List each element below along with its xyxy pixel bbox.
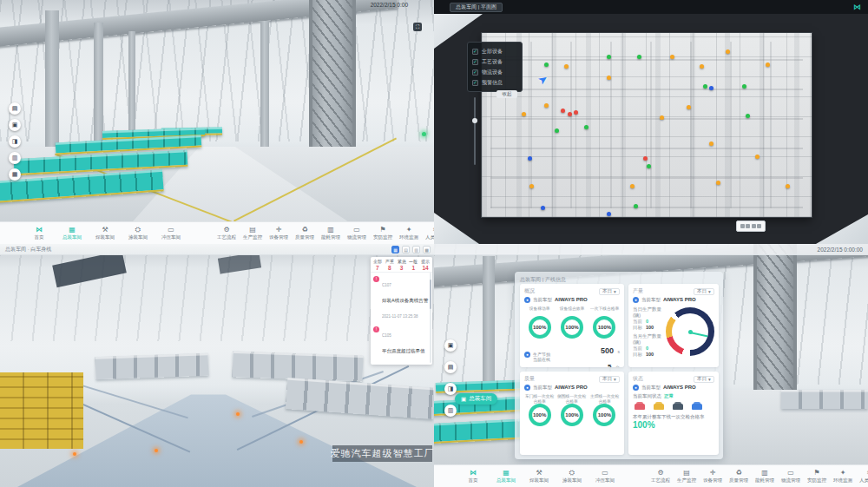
map-device-dot[interactable] — [700, 64, 704, 69]
alarm-tab[interactable]: 提示 14 — [419, 259, 431, 271]
toolbar-item[interactable]: ▭ 冲压车间 — [155, 226, 187, 240]
map-scale-widget[interactable] — [736, 220, 766, 232]
toolbar-item[interactable]: ▤ 生产监控 — [240, 226, 266, 240]
map-device-dot[interactable] — [529, 184, 534, 188]
view-mode-button[interactable]: ▩ — [423, 246, 431, 253]
toolbar-item[interactable]: ▤ 生产监控 — [674, 469, 700, 484]
map-device-dot[interactable] — [541, 206, 545, 210]
map-device-dot[interactable] — [544, 103, 549, 108]
alarm-list-item[interactable]: ! C107 焊装A线设备离线告警 2021-11-07 13:25:38 — [371, 273, 432, 323]
toolbar-item[interactable]: ⚑ 安防监控 — [804, 469, 830, 484]
checkbox-icon[interactable]: ✓ — [472, 80, 478, 86]
alarm-tab[interactable]: 严重 8 — [384, 259, 396, 271]
poi-marker[interactable]: ▦ — [9, 168, 21, 181]
view-mode-button[interactable]: ▤ — [402, 246, 410, 253]
toolbar-item[interactable]: ✦ 环境监测 — [396, 226, 422, 240]
toolbar-item[interactable]: ⚒ 焊装车间 — [89, 226, 122, 240]
map-device-dot[interactable] — [634, 204, 638, 208]
legend-collapse-button[interactable]: 收起 — [496, 90, 517, 98]
map-device-dot[interactable] — [607, 212, 611, 216]
layer-toggle-row[interactable]: ✓ 工艺设备 — [472, 56, 517, 67]
poi-marker[interactable]: ▥ — [444, 405, 457, 417]
alarm-tab-label: 提示 — [420, 259, 431, 264]
poi-marker[interactable]: ▣ — [444, 339, 457, 352]
view-mode-button[interactable]: ▦ — [391, 246, 399, 253]
checkbox-icon[interactable]: ✓ — [472, 69, 478, 76]
period-select[interactable]: 本日 ▾ — [599, 288, 620, 295]
checkbox-icon[interactable]: ✓ — [472, 49, 478, 55]
car-status-icon[interactable] — [692, 404, 702, 410]
poi-marker[interactable]: ▤ — [9, 102, 21, 115]
toolbar-item[interactable]: ⌗ 人员管理 — [422, 226, 434, 240]
alarm-tab[interactable]: 全部 7 — [372, 259, 384, 271]
toolbar-item[interactable]: ⚒ 焊装车间 — [523, 469, 556, 484]
map-device-dot[interactable] — [716, 181, 720, 185]
map-device-dot[interactable] — [564, 64, 569, 69]
poi-marker[interactable]: ◨ — [9, 135, 21, 148]
station-label-button[interactable]: ▣ 总装车间 — [455, 393, 497, 405]
toolbar-item[interactable]: ⌗ 人员管理 — [856, 469, 868, 484]
back-to-scene-button[interactable]: 总装车间 | 平面图 — [450, 3, 503, 12]
period-select[interactable]: 本日 ▾ — [694, 376, 714, 383]
toolbar-item[interactable]: ♻ 质量管理 — [292, 226, 318, 240]
toolbar-item[interactable]: ▦ 总装车间 — [56, 226, 89, 240]
alarm-tab-count: 7 — [372, 265, 384, 271]
checkbox-icon[interactable]: ✓ — [472, 59, 478, 65]
poi-marker[interactable]: ◨ — [444, 383, 457, 395]
car-status-icon[interactable] — [635, 404, 645, 410]
map-device-dot[interactable] — [522, 112, 526, 116]
vehicle-model: AIWAYS PRO — [663, 385, 696, 390]
layer-toggle-row[interactable]: ✓ 物流设备 — [472, 67, 517, 77]
toolbar-item[interactable]: ⛭ 涂装车间 — [556, 469, 589, 484]
toolbar-item[interactable]: ♻ 质量管理 — [726, 469, 752, 484]
poi-marker[interactable]: ▤ — [444, 361, 457, 373]
factory-floorplan[interactable] — [482, 33, 812, 217]
layer-toggle-row[interactable]: ✓ 全部设备 — [472, 46, 517, 56]
map-device-dot[interactable] — [555, 128, 559, 133]
toolbar-item[interactable]: ⋈ 首页 — [457, 469, 490, 484]
toolbar-item[interactable]: ✛ 设备管理 — [700, 469, 726, 484]
toolbar-item[interactable]: ▦ 总装车间 — [490, 469, 523, 484]
alarm-tab[interactable]: 一般 1 — [407, 259, 419, 271]
car-status-icon[interactable] — [673, 404, 683, 410]
poi-marker[interactable]: ▥ — [9, 152, 21, 164]
map-device-dot[interactable] — [630, 184, 635, 188]
toolbar-item[interactable]: ⚙ 工艺流程 — [648, 469, 674, 484]
kpi-donut-label: 设备综合效率 — [560, 306, 585, 315]
view-mode-button[interactable]: ▥ — [412, 246, 420, 253]
zoom-slider[interactable] — [474, 97, 476, 165]
period-select[interactable]: 本日 ▾ — [694, 288, 714, 295]
toolbar-item[interactable]: ▭ 物流管理 — [344, 226, 370, 240]
toolbar-item[interactable]: ▭ 冲压车间 — [589, 469, 621, 484]
layer-toggle-row[interactable]: ✓ 预警信息 — [472, 77, 517, 88]
toolbar-item[interactable]: ▥ 能耗管理 — [752, 469, 778, 484]
kpi-donut-label: 主焊线一次交检合格率 — [590, 393, 619, 403]
period-select[interactable]: 本日 ▾ — [599, 376, 620, 383]
bottom-toolbar: ⋈ 首页 ▦ 总装车间 ⚒ 焊装车间 ⛭ 涂装 — [0, 221, 434, 244]
toolbar-item[interactable]: ⚑ 安防监控 — [370, 226, 396, 240]
zoom-slider-handle[interactable] — [472, 118, 477, 123]
alarm-scrollbar-thumb[interactable] — [430, 280, 431, 309]
alarm-tab[interactable]: 紧急 3 — [396, 259, 408, 271]
map-device-dot[interactable] — [568, 112, 572, 116]
toolbar-item[interactable]: ▭ 物流管理 — [778, 469, 804, 484]
poi-marker[interactable]: ▣ — [9, 119, 21, 131]
map-device-dot[interactable] — [687, 105, 691, 109]
gauge-hub — [688, 330, 693, 334]
car-status-icon[interactable] — [654, 404, 664, 410]
map-device-dot[interactable] — [647, 164, 651, 168]
map-device-dot[interactable] — [766, 63, 770, 67]
toolbar-item[interactable]: ▥ 能耗管理 — [318, 226, 344, 240]
alarm-list-item[interactable]: ! C105 平台温度超过临界值 2021-11-07 13:21:04 — [371, 323, 432, 365]
toolbar-item[interactable]: ✦ 环境监测 — [830, 469, 856, 484]
toolbar-item[interactable]: ⋈ 首页 — [23, 226, 56, 240]
fullscreen-button[interactable]: ⛶ — [413, 23, 422, 31]
map-device-dot[interactable] — [786, 184, 790, 188]
poi-marker-icon: ▤ — [448, 364, 454, 371]
toolbar-item[interactable]: ⛭ 涂装车间 — [122, 226, 155, 240]
toolbar-item[interactable]: ✛ 设备管理 — [266, 226, 292, 240]
map-device-dot[interactable] — [584, 125, 589, 129]
toolbar-item[interactable]: ⚙ 工艺流程 — [214, 226, 240, 240]
kpi-donut: 一次下线合格率 100% — [589, 306, 620, 339]
card-quality: 质量 本日 ▾ ● 当前车型 AIWAYS PRO — [520, 372, 624, 455]
